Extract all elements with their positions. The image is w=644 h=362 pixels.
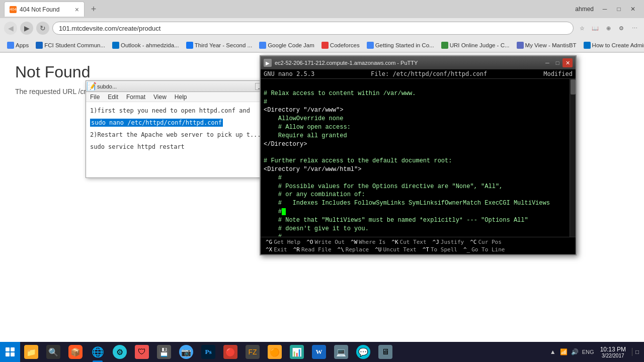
putty-label-exit: Exit <box>274 246 287 253</box>
putty-cmd-help: ^G Get Help <box>263 238 303 246</box>
show-desktop-icon[interactable]: □ <box>632 348 640 356</box>
bookmark-admin[interactable]: How to Create Admin... <box>581 41 644 50</box>
bookmark-getting-started-label: Getting Started in Co... <box>375 42 434 48</box>
taskbar-filezilla[interactable]: FZ <box>242 342 264 362</box>
photoshop-icon: Ps <box>201 345 215 359</box>
taskbar-app-5[interactable]: ⚙ <box>109 342 131 362</box>
bookmark-apps-label: Apps <box>16 42 29 48</box>
putty-modified-status: Modified <box>543 70 573 77</box>
putty-label-goto: Go To Line <box>471 246 505 253</box>
new-tab-button[interactable]: + <box>87 2 101 16</box>
putty-header: GNU nano 2.5.3 File: /etc/httpd/conf/htt… <box>261 69 576 79</box>
taskbar-app-8[interactable]: 📷 <box>175 342 197 362</box>
bookmark-mantis[interactable]: My View - MantisBT <box>514 41 580 50</box>
bookmark-codeforces[interactable]: Codeforces <box>318 41 363 50</box>
bookmark-uri-label: URI Online Judge - C... <box>450 42 510 48</box>
putty-label-where: Where Is <box>359 239 385 245</box>
refresh-button[interactable]: ↻ <box>36 22 49 35</box>
taskbar-app-7[interactable]: 💾 <box>153 342 175 362</box>
taskbar-file-explorer[interactable]: 📁 <box>20 342 42 362</box>
putty-line-2: # Relax access to content within /var/ww… <box>264 89 573 98</box>
codejam-icon <box>259 42 266 49</box>
notepad-menu-edit[interactable]: Edit <box>104 92 122 102</box>
putty-key-uncut: ^U <box>375 246 381 253</box>
highlighted-command: sudo nano /etc/httpd/conf/httpd.conf <box>90 119 223 127</box>
bookmark-codeforces-label: Codeforces <box>330 42 360 48</box>
bookmark-third-year[interactable]: Third Year - Second ... <box>183 41 255 50</box>
bookmark-codejam[interactable]: Google Code Jam <box>256 41 317 50</box>
back-button[interactable]: ◀ <box>4 22 17 35</box>
notepad-menu-file[interactable]: File <box>86 92 104 102</box>
maximize-button[interactable]: □ <box>612 2 626 16</box>
taskbar-word[interactable]: W <box>308 342 330 362</box>
taskbar-app-6[interactable]: 🛡 <box>131 342 153 362</box>
fci-icon <box>36 42 43 49</box>
putty-footer-row-1: ^G Get Help ^O Write Out ^W Where Is ^K … <box>263 238 574 246</box>
settings-icon[interactable]: ⚙ <box>616 23 627 34</box>
bookmark-getting-started[interactable]: Getting Started in Co... <box>364 41 437 50</box>
putty-cmd-goto: ^_ Go To Line <box>460 246 508 253</box>
bookmark-outlook[interactable]: Outlook - ahmedzida... <box>109 41 182 50</box>
url-input[interactable] <box>52 22 574 35</box>
putty-maximize-button[interactable]: □ <box>552 58 562 67</box>
taskbar-chrome[interactable]: 🌐 <box>87 342 109 362</box>
putty-label-help: Get Help <box>274 239 300 245</box>
tray-network-icon[interactable]: 📶 <box>560 348 568 356</box>
tab-close-button[interactable]: × <box>75 6 79 14</box>
putty-cmd-uncut: ^U Uncut Text <box>372 246 419 253</box>
putty-line-17: # Note that "MultiViews" must be named *… <box>264 216 573 225</box>
notepad-menu-format[interactable]: Format <box>122 92 149 102</box>
getting-started-icon <box>367 42 374 49</box>
bookmark-fci-label: FCI Student Commun... <box>44 42 105 48</box>
putty-minimize-button[interactable]: ─ <box>542 58 552 67</box>
browser-tab-active[interactable]: 404 404 Not Found × <box>4 2 85 17</box>
taskbar-photoshop[interactable]: Ps <box>197 342 219 362</box>
tab-bar-right: ahmed ─ □ ✕ <box>571 2 644 16</box>
taskbar-app-15[interactable]: 💻 <box>330 342 352 362</box>
putty-scrollbar[interactable] <box>570 79 576 237</box>
putty-cmd-replace: ^\ Replace <box>335 246 372 253</box>
outlook-icon <box>112 42 119 49</box>
close-button[interactable]: ✕ <box>626 2 640 16</box>
hub-icon[interactable]: ⊕ <box>603 23 614 34</box>
taskbar-icon-12: 🟠 <box>268 345 282 359</box>
bookmark-fci[interactable]: FCI Student Commun... <box>33 41 108 50</box>
system-clock[interactable]: 10:13 PM 3/22/2017 <box>596 346 630 358</box>
start-square-3 <box>6 352 10 356</box>
taskbar-skype[interactable]: 💬 <box>352 342 374 362</box>
tray-volume-icon[interactable]: 🔊 <box>571 348 579 356</box>
bookmark-uri[interactable]: URI Online Judge - C... <box>438 41 513 50</box>
reading-mode-icon[interactable]: 📖 <box>590 23 601 34</box>
putty-key-write: ^O <box>306 239 313 245</box>
putty-scroll-thumb[interactable] <box>571 79 576 95</box>
taskbar-app-2[interactable]: 🔍 <box>42 342 64 362</box>
taskbar-app-10[interactable]: 🔴 <box>219 342 242 362</box>
notepad-menu-view[interactable]: View <box>149 92 171 102</box>
minimize-button[interactable]: ─ <box>598 2 612 16</box>
taskbar-app-3[interactable]: 📦 <box>64 342 87 362</box>
taskbar-icon-8: 📷 <box>179 345 193 359</box>
putty-close-button[interactable]: ✕ <box>562 58 573 67</box>
more-icon[interactable]: ⋯ <box>629 23 640 34</box>
putty-line-1 <box>264 81 573 89</box>
forward-button[interactable]: ▶ <box>20 22 33 35</box>
tab-bar: 404 404 Not Found × + ahmed ─ □ ✕ <box>0 0 644 18</box>
start-button[interactable] <box>0 342 20 362</box>
putty-content[interactable]: # Relax access to content within /var/ww… <box>261 79 576 237</box>
taskbar-app-12[interactable]: 🟠 <box>264 342 286 362</box>
putty-line-19: # <box>264 233 573 237</box>
putty-key-help: ^G <box>266 239 272 245</box>
star-icon[interactable]: ☆ <box>577 23 588 34</box>
notepad-menu-help[interactable]: Help <box>171 92 191 102</box>
putty-cmd-justify: ^J Justify <box>430 238 467 246</box>
taskbar-app-13[interactable]: 📊 <box>286 342 308 362</box>
putty-label-curpos: Cur Pos <box>478 239 501 245</box>
putty-cmd-write: ^O Write Out <box>303 238 348 246</box>
notepad-menu: File Edit Format View Help <box>86 92 286 102</box>
address-bar: ◀ ▶ ↻ ☆ 📖 ⊕ ⚙ ⋯ <box>0 18 644 38</box>
taskbar-app-17[interactable]: 🖥 <box>374 342 396 362</box>
tray-up-arrow-icon[interactable]: ▲ <box>549 348 557 356</box>
putty-file-path: File: /etc/httpd/conf/httpd.conf <box>371 70 487 77</box>
bookmark-apps[interactable]: Apps <box>4 41 32 50</box>
taskbar-icon-10: 🔴 <box>223 345 237 359</box>
